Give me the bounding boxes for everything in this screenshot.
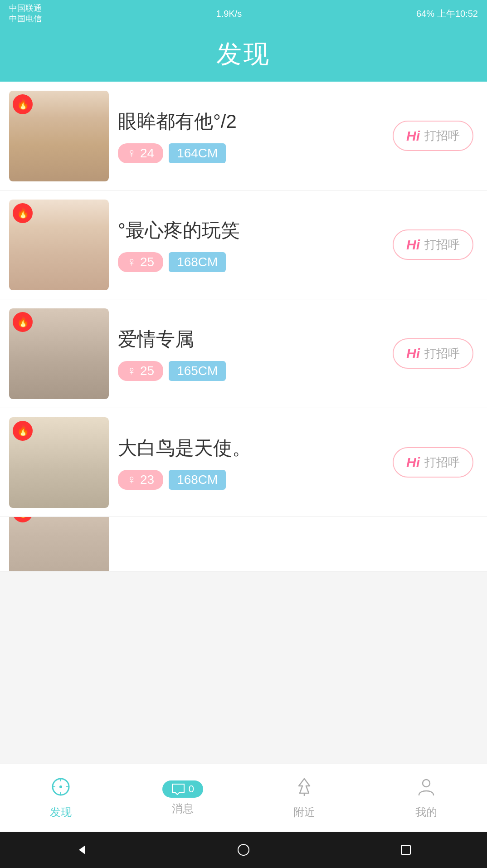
hi-button[interactable]: Hi 打招呼: [393, 447, 473, 478]
user-tags: ♀ 25 168CM: [118, 252, 384, 272]
tree-icon: [294, 777, 314, 801]
carrier1: 中国联通: [9, 3, 42, 14]
nav-item-messages[interactable]: 0 消息: [122, 780, 244, 816]
hi-icon-text: Hi: [406, 455, 420, 470]
fire-badge: 🔥: [13, 203, 33, 223]
nav-messages-label: 消息: [172, 801, 194, 816]
avatar-container[interactable]: 🔥: [9, 517, 109, 571]
nav-item-mine[interactable]: 我的: [365, 777, 487, 819]
gender-icon: ♀: [127, 255, 136, 269]
age-tag: ♀ 25: [118, 252, 163, 272]
height-tag: 168CM: [169, 252, 226, 272]
back-button[interactable]: [68, 841, 95, 859]
nav-item-discover[interactable]: 发现: [0, 777, 122, 819]
age-tag: ♀ 24: [118, 143, 163, 163]
status-bar: 中国联通 中国电信 1.9K/s 64% 上午10:52: [0, 0, 487, 27]
age-value: 25: [140, 364, 154, 378]
avatar: [9, 517, 109, 571]
battery: 64%: [416, 9, 434, 19]
age-value: 23: [140, 473, 154, 487]
compass-icon: [51, 777, 71, 801]
message-bubble: 0: [162, 780, 203, 798]
nav-mine-label: 我的: [415, 805, 437, 819]
gender-icon: ♀: [127, 364, 136, 378]
time: 上午10:52: [437, 8, 478, 20]
user-list: 🔥 眼眸都有他°/2 ♀ 24 164CM Hi 打招呼: [0, 82, 487, 571]
user-name: °最心疼的玩笑: [118, 218, 384, 243]
avatar-container[interactable]: 🔥: [9, 417, 109, 508]
age-tag: ♀ 23: [118, 470, 163, 490]
hi-icon-text: Hi: [406, 346, 420, 361]
hi-button[interactable]: Hi 打招呼: [393, 121, 473, 151]
height-tag: 164CM: [169, 143, 226, 163]
user-info: 爱情专属 ♀ 25 165CM: [109, 322, 393, 385]
fire-badge: 🔥: [13, 94, 33, 114]
svg-point-7: [423, 780, 430, 787]
svg-point-9: [238, 844, 249, 855]
message-count: 0: [189, 783, 194, 795]
avatar-container[interactable]: 🔥: [9, 200, 109, 290]
hi-icon-text: Hi: [406, 237, 420, 253]
user-card[interactable]: 🔥 爱情专属 ♀ 25 165CM Hi 打招呼: [0, 299, 487, 408]
network-speed: 1.9K/s: [216, 9, 242, 19]
user-info: 大白鸟是天使。 ♀ 23 168CM: [109, 431, 393, 494]
user-name: 眼眸都有他°/2: [118, 109, 384, 134]
hi-label: 打招呼: [424, 454, 460, 470]
age-tag: ♀ 25: [118, 361, 163, 381]
hi-button[interactable]: Hi 打招呼: [393, 338, 473, 369]
user-tags: ♀ 23 168CM: [118, 470, 384, 490]
bottom-navigation: 发现 0 消息 附近 我的: [0, 764, 487, 832]
fire-badge: 🔥: [13, 312, 33, 332]
age-value: 24: [140, 146, 154, 161]
user-card[interactable]: 🔥: [0, 517, 487, 571]
page-title: 发现: [216, 37, 271, 72]
carrier2: 中国电信: [9, 14, 42, 24]
recents-button[interactable]: [392, 841, 419, 859]
user-tags: ♀ 25 165CM: [118, 361, 384, 381]
hi-icon-text: Hi: [406, 128, 420, 144]
message-badge: 0: [162, 780, 203, 798]
nav-item-nearby[interactable]: 附近: [244, 777, 365, 819]
hi-button[interactable]: Hi 打招呼: [393, 229, 473, 260]
user-tags: ♀ 24 164CM: [118, 143, 384, 163]
gender-icon: ♀: [127, 146, 136, 161]
user-info: 眼眸都有他°/2 ♀ 24 164CM: [109, 104, 393, 168]
nav-nearby-label: 附近: [293, 805, 315, 819]
app-header: 发现: [0, 27, 487, 82]
hi-label: 打招呼: [424, 346, 460, 361]
svg-point-1: [59, 785, 62, 788]
hi-label: 打招呼: [424, 128, 460, 144]
android-nav-bar: [0, 832, 487, 868]
fire-badge: 🔥: [13, 421, 33, 441]
carrier-info: 中国联通 中国电信: [9, 3, 42, 24]
user-info: °最心疼的玩笑 ♀ 25 168CM: [109, 213, 393, 277]
user-name: 大白鸟是天使。: [118, 435, 384, 461]
hi-label: 打招呼: [424, 237, 460, 253]
svg-marker-8: [79, 845, 85, 854]
user-name: 爱情专属: [118, 327, 384, 352]
gender-icon: ♀: [127, 473, 136, 487]
age-value: 25: [140, 255, 154, 269]
main-content: 🔥 眼眸都有他°/2 ♀ 24 164CM Hi 打招呼: [0, 82, 487, 676]
avatar-container[interactable]: 🔥: [9, 91, 109, 181]
user-card[interactable]: 🔥 眼眸都有他°/2 ♀ 24 164CM Hi 打招呼: [0, 82, 487, 190]
height-tag: 168CM: [169, 470, 226, 490]
nav-discover-label: 发现: [50, 805, 72, 819]
status-right: 64% 上午10:52: [416, 8, 478, 20]
person-icon: [416, 777, 436, 801]
svg-rect-10: [401, 845, 410, 854]
height-tag: 165CM: [169, 361, 226, 381]
user-card[interactable]: 🔥 大白鸟是天使。 ♀ 23 168CM Hi 打招呼: [0, 408, 487, 517]
avatar-container[interactable]: 🔥: [9, 308, 109, 399]
home-button[interactable]: [230, 841, 257, 859]
user-card[interactable]: 🔥 °最心疼的玩笑 ♀ 25 168CM Hi 打招呼: [0, 190, 487, 299]
